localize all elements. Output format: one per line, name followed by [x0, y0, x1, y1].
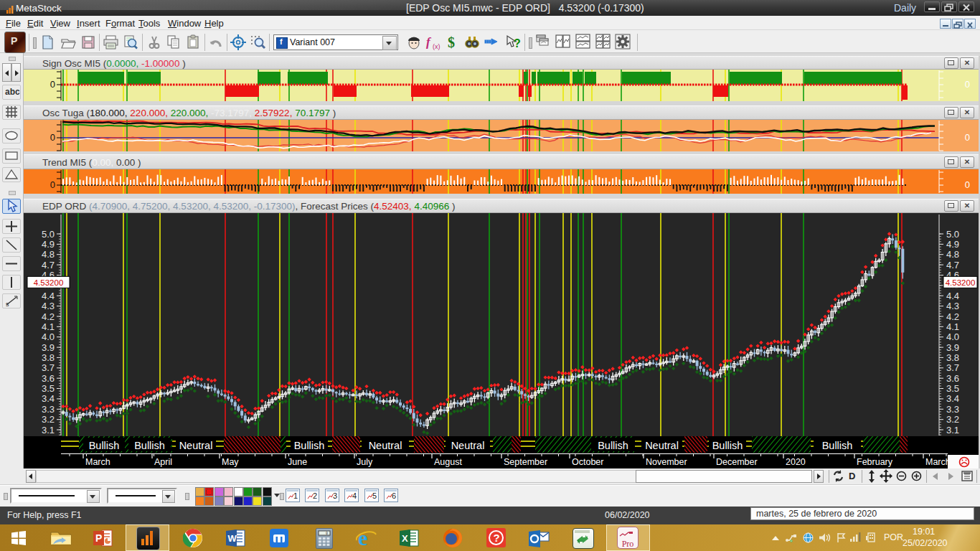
svg-text:0: 0	[965, 132, 970, 143]
svg-text:3.1: 3.1	[946, 425, 959, 435]
svg-text:3.8: 3.8	[946, 352, 959, 363]
svg-text:4.0: 4.0	[946, 331, 959, 342]
svg-text:0: 0	[965, 79, 970, 90]
svg-text:Neutral: Neutral	[645, 440, 679, 451]
svg-text:f: f	[426, 35, 432, 49]
svg-text:4.7: 4.7	[42, 260, 55, 270]
svg-text:4.0: 4.0	[42, 331, 55, 342]
svg-text:3.7: 3.7	[946, 362, 959, 373]
svg-text:W: W	[228, 533, 237, 544]
svg-text:3.5: 3.5	[42, 383, 55, 394]
svg-text:0: 0	[965, 179, 970, 190]
svg-text:Neutral: Neutral	[179, 440, 213, 451]
svg-text:3.3: 3.3	[946, 404, 959, 415]
svg-text:2020: 2020	[786, 457, 806, 467]
svg-text:3.7: 3.7	[42, 362, 55, 373]
svg-text:3.5: 3.5	[946, 383, 959, 394]
svg-text:3.3: 3.3	[42, 404, 55, 415]
svg-text:X: X	[402, 533, 408, 544]
svg-text:3.8: 3.8	[42, 352, 55, 363]
svg-text:3.2: 3.2	[42, 414, 55, 425]
svg-text:4.8: 4.8	[42, 249, 55, 260]
svg-text:May: May	[222, 457, 239, 467]
svg-text:3.2: 3.2	[946, 414, 959, 425]
svg-text:4.4: 4.4	[42, 291, 55, 301]
svg-text:4.4: 4.4	[946, 291, 959, 301]
svg-text:e: e	[358, 528, 367, 548]
svg-text:4.1: 4.1	[946, 321, 959, 332]
svg-text:Bullish: Bullish	[712, 440, 743, 451]
svg-text:Bullish: Bullish	[134, 440, 165, 451]
svg-text:3.1: 3.1	[42, 425, 55, 435]
svg-text:Neutral: Neutral	[451, 440, 485, 451]
svg-text:0: 0	[326, 532, 328, 536]
svg-text:February: February	[857, 457, 893, 467]
svg-text:October: October	[572, 457, 603, 467]
svg-text:3.6: 3.6	[42, 373, 55, 384]
svg-text:July: July	[357, 457, 373, 467]
svg-text:4.53200: 4.53200	[946, 278, 976, 287]
svg-text:s: s	[6, 301, 9, 308]
svg-text:3.6: 3.6	[946, 373, 959, 384]
svg-text:4.2: 4.2	[946, 311, 959, 322]
svg-text:?: ?	[494, 532, 500, 544]
svg-text:3.9: 3.9	[42, 342, 55, 353]
svg-text:March: March	[925, 457, 951, 467]
svg-text:5.0: 5.0	[946, 229, 959, 240]
svg-text:3.9: 3.9	[946, 342, 959, 353]
svg-text:4.53200: 4.53200	[34, 278, 64, 287]
svg-text:September: September	[504, 457, 547, 467]
svg-text:4.3: 4.3	[946, 301, 959, 311]
svg-text:August: August	[434, 457, 462, 467]
svg-text:April: April	[154, 457, 172, 467]
svg-text:4.9: 4.9	[946, 239, 959, 250]
svg-text:P: P	[95, 532, 102, 544]
svg-text:?: ?	[514, 37, 521, 50]
svg-text:4.8: 4.8	[946, 249, 959, 260]
svg-text:Bullish: Bullish	[294, 440, 325, 451]
svg-text:November: November	[646, 457, 687, 467]
svg-text:3.4: 3.4	[946, 393, 959, 404]
svg-text:(x): (x)	[433, 43, 440, 50]
svg-text:0: 0	[50, 79, 55, 90]
svg-text:December: December	[716, 457, 758, 467]
svg-text:Bullish: Bullish	[89, 440, 120, 451]
svg-text:March: March	[85, 457, 110, 467]
svg-text:Neutral: Neutral	[369, 440, 402, 451]
svg-text:Bullish: Bullish	[598, 440, 628, 451]
svg-text:0: 0	[50, 132, 55, 143]
svg-text:0: 0	[50, 179, 55, 190]
svg-text:3.4: 3.4	[42, 393, 55, 404]
svg-text:4.1: 4.1	[42, 321, 55, 332]
svg-text:4.3: 4.3	[42, 301, 55, 311]
svg-text:5.0: 5.0	[42, 229, 55, 240]
svg-text:June: June	[288, 457, 307, 467]
svg-text:$: $	[448, 34, 455, 50]
svg-text:4.9: 4.9	[42, 239, 55, 250]
svg-text:Bullish: Bullish	[822, 440, 853, 451]
svg-text:4.2: 4.2	[42, 311, 55, 322]
svg-text:4.7: 4.7	[946, 260, 959, 270]
